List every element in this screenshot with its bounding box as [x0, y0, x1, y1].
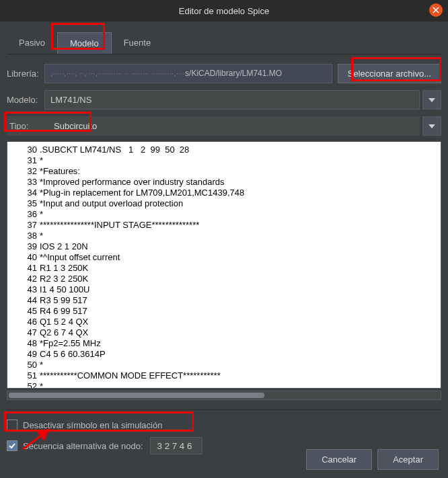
code-line: 42R2 3 2 250K	[7, 274, 441, 284]
code-line: 52*	[7, 381, 441, 389]
node-sequence-checkbox[interactable]	[7, 440, 17, 451]
code-line: 41R1 1 3 250K	[7, 263, 441, 274]
tab-bar: Pasivo Modelo Fuente	[7, 27, 441, 54]
scrollbar-thumb[interactable]	[9, 393, 264, 398]
dialog-buttons: Cancelar Aceptar	[306, 449, 439, 470]
line-number: 33	[7, 177, 40, 188]
line-number: 39	[7, 241, 40, 252]
line-number: 40	[7, 252, 40, 263]
code-line: 40*^Input offset current	[7, 252, 441, 263]
select-file-button[interactable]: Seleccionar archivo...	[338, 64, 441, 83]
line-number: 52	[7, 381, 40, 389]
code-line: 35*Input and output overload protection	[7, 198, 441, 209]
divider	[7, 409, 441, 410]
library-path-suffix: s/KiCAD/library/LM741.MO	[185, 69, 282, 78]
line-content: *	[40, 231, 441, 241]
code-line: 46Q1 5 2 4 QX	[7, 317, 441, 327]
code-line: 39IOS 2 1 20N	[7, 241, 441, 252]
type-row: Tipo: Subcircuito	[7, 116, 441, 136]
check-icon	[9, 442, 15, 449]
code-line: 38*	[7, 231, 441, 241]
type-dropdown-button[interactable]	[422, 116, 441, 136]
code-line: 43I1 4 50 100U	[7, 284, 441, 295]
line-content: *Improved performance over industry stan…	[40, 177, 441, 188]
line-number: 37	[7, 220, 40, 231]
line-number: 48	[7, 338, 40, 349]
line-content: *	[40, 155, 441, 166]
line-content: C4 5 6 60.3614P	[40, 349, 441, 360]
code-line: 34*Plug-in replacement for LM709,LM201,M…	[7, 188, 441, 198]
line-content: ****************INPUT STAGE*************…	[40, 220, 441, 231]
code-line: 48*Fp2=2.55 MHz	[7, 338, 441, 349]
window-title: Editor de modelo Spice	[179, 6, 269, 16]
line-number: 47	[7, 327, 40, 338]
line-content: R4 6 99 517	[40, 306, 441, 317]
line-content: I1 4 50 100U	[40, 284, 441, 295]
annotation-arrow-icon	[20, 425, 61, 452]
library-path-obscured: ,·····,····, ··, ···,··········· ·· ····…	[50, 69, 185, 78]
line-content: *Fp2=2.55 MHz	[40, 338, 441, 349]
line-content: *	[40, 381, 441, 389]
line-content: *	[40, 209, 441, 220]
line-number: 35	[7, 198, 40, 209]
line-number: 42	[7, 274, 40, 284]
line-number: 41	[7, 263, 40, 274]
line-number: 49	[7, 349, 40, 360]
line-number: 34	[7, 188, 40, 198]
model-label: Modelo:	[7, 95, 44, 105]
line-content: *Features:	[40, 166, 441, 177]
line-number: 36	[7, 209, 40, 220]
line-content: IOS 2 1 20N	[40, 241, 441, 252]
tab-modelo[interactable]: Modelo	[57, 32, 112, 54]
code-line: 50*	[7, 360, 441, 370]
line-number: 30	[7, 145, 40, 155]
disable-symbol-row: Desactivar símbolo en la simulación	[7, 420, 441, 430]
close-icon	[433, 7, 439, 13]
code-line: 36*	[7, 209, 441, 220]
horizontal-scrollbar[interactable]	[7, 391, 441, 400]
close-button[interactable]	[429, 3, 443, 17]
code-line: 49C4 5 6 60.3614P	[7, 349, 441, 360]
library-label: Librería:	[7, 69, 44, 79]
line-content: .SUBCKT LM741/NS 1 2 99 50 28	[40, 145, 441, 155]
line-number: 46	[7, 317, 40, 327]
code-line: 33*Improved performance over industry st…	[7, 177, 441, 188]
code-line: 51***********COMMON MODE EFFECT*********…	[7, 370, 441, 381]
svg-line-0	[23, 429, 50, 449]
chevron-down-icon	[428, 98, 435, 102]
line-content: R2 3 2 250K	[40, 274, 441, 284]
line-content: R1 1 3 250K	[40, 263, 441, 274]
cancel-button[interactable]: Cancelar	[306, 449, 372, 470]
tab-fuente[interactable]: Fuente	[112, 32, 163, 54]
model-dropdown-button[interactable]	[422, 90, 441, 110]
type-label: Tipo:	[7, 121, 44, 131]
library-input[interactable]: ,·····,····, ··, ···,··········· ·· ····…	[44, 64, 332, 83]
chevron-down-icon	[428, 124, 435, 128]
titlebar: Editor de modelo Spice	[0, 0, 448, 22]
disable-symbol-checkbox[interactable]	[7, 420, 17, 430]
ok-button[interactable]: Aceptar	[377, 449, 439, 470]
code-viewer[interactable]: 30.SUBCKT LM741/NS 1 2 99 50 2831*32*Fea…	[7, 141, 441, 389]
type-select[interactable]: Tipo: Subcircuito	[7, 116, 420, 136]
type-value: Subcircuito	[44, 117, 106, 135]
line-content: Q1 5 2 4 QX	[40, 317, 441, 327]
line-content: *Plug-in replacement for LM709,LM201,MC1…	[40, 188, 441, 198]
line-number: 51	[7, 370, 40, 381]
code-line: 30.SUBCKT LM741/NS 1 2 99 50 28	[7, 145, 441, 155]
line-number: 32	[7, 166, 40, 177]
line-content: ***********COMMON MODE EFFECT***********	[40, 370, 441, 381]
line-number: 38	[7, 231, 40, 241]
line-content: *	[40, 360, 441, 370]
tab-pasivo[interactable]: Pasivo	[7, 32, 57, 54]
node-sequence-input[interactable]	[150, 437, 202, 454]
line-content: *^Input offset current	[40, 252, 441, 263]
line-number: 50	[7, 360, 40, 370]
line-number: 43	[7, 284, 40, 295]
model-input[interactable]: LM741/NS	[44, 90, 420, 110]
code-line: 32*Features:	[7, 166, 441, 177]
code-line: 45R4 6 99 517	[7, 306, 441, 317]
line-content: Q2 6 7 4 QX	[40, 327, 441, 338]
code-line: 47Q2 6 7 4 QX	[7, 327, 441, 338]
line-content: R3 5 99 517	[40, 295, 441, 306]
line-content: *Input and output overload protection	[40, 198, 441, 209]
